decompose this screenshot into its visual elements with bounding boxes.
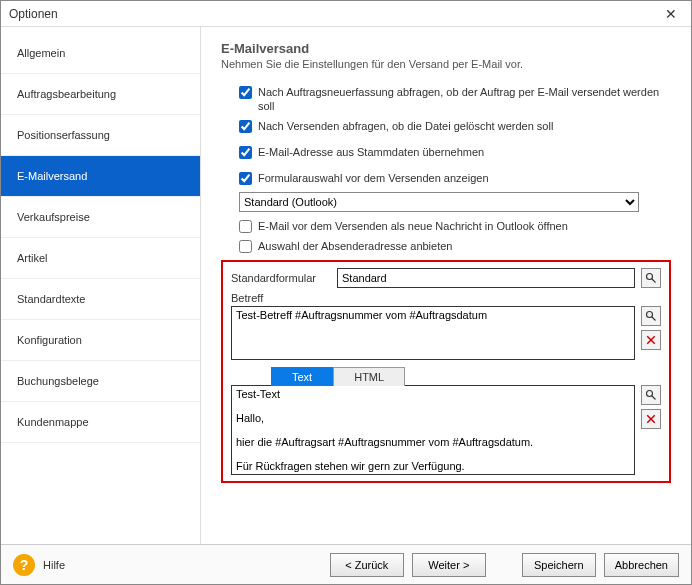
subject-textarea[interactable] [231,306,635,360]
label-use-email-from-master: E-Mail-Adresse aus Stammdaten übernehmen [258,145,484,159]
search-icon [645,310,657,322]
cancel-button[interactable]: Abbrechen [604,553,679,577]
svg-line-3 [652,317,656,321]
checkbox-offer-sender-choice[interactable] [239,240,252,253]
label-offer-sender-choice: Auswahl der Absenderadresse anbieten [258,239,452,253]
delete-icon [645,334,657,346]
label-open-in-outlook: E-Mail vor dem Versenden als neue Nachri… [258,219,568,233]
svg-line-1 [652,279,656,283]
page-title: E-Mailversand [221,41,671,56]
subject-label: Betreff [231,292,661,304]
tab-text[interactable]: Text [271,367,333,386]
checkbox-ask-after-create[interactable] [239,86,252,99]
standard-form-label: Standardformular [231,272,331,284]
delete-icon [645,413,657,425]
titlebar: Optionen ✕ [1,1,691,27]
page-subtitle: Nehmen Sie die Einstellungen für den Ver… [221,58,671,70]
sidebar-item-artikel[interactable]: Artikel [1,238,200,279]
checkbox-show-form-selection[interactable] [239,172,252,185]
standard-form-browse-button[interactable] [641,268,661,288]
checkbox-ask-delete-after-send[interactable] [239,120,252,133]
label-show-form-selection: Formularauswahl vor dem Versenden anzeig… [258,171,489,185]
search-icon [645,272,657,284]
help-label: Hilfe [43,559,65,571]
sidebar-item-buchungsbelege[interactable]: Buchungsbelege [1,361,200,402]
window-title: Optionen [9,7,58,21]
label-ask-after-create: Nach Auftragsneuerfassung abfragen, ob d… [258,85,671,113]
search-icon [645,389,657,401]
help-link[interactable]: ? Hilfe [13,554,65,576]
help-icon: ? [13,554,35,576]
sidebar-item-allgemein[interactable]: Allgemein [1,33,200,74]
checkbox-open-in-outlook[interactable] [239,220,252,233]
sidebar-item-konfiguration[interactable]: Konfiguration [1,320,200,361]
svg-line-7 [652,396,656,400]
checkbox-use-email-from-master[interactable] [239,146,252,159]
sidebar-item-kundenmappe[interactable]: Kundenmappe [1,402,200,443]
next-button[interactable]: Weiter > [412,553,486,577]
body-clear-button[interactable] [641,409,661,429]
close-icon[interactable]: ✕ [659,6,683,22]
svg-point-0 [647,274,653,280]
main-panel: E-Mailversand Nehmen Sie die Einstellung… [201,27,691,544]
body-textarea[interactable] [231,385,635,475]
subject-clear-button[interactable] [641,330,661,350]
subject-browse-button[interactable] [641,306,661,326]
sidebar-item-verkaufspreise[interactable]: Verkaufspreise [1,197,200,238]
tab-html[interactable]: HTML [333,367,405,386]
standard-form-input[interactable] [337,268,635,288]
back-button[interactable]: < Zurück [330,553,404,577]
sidebar-item-standardtexte[interactable]: Standardtexte [1,279,200,320]
select-mail-client[interactable]: Standard (Outlook) [239,192,639,212]
sidebar-item-auftragsbearbeitung[interactable]: Auftragsbearbeitung [1,74,200,115]
body-browse-button[interactable] [641,385,661,405]
highlighted-form-area: Standardformular Betreff [221,260,671,483]
sidebar: Allgemein Auftragsbearbeitung Positionse… [1,27,201,544]
sidebar-item-e-mailversand[interactable]: E-Mailversand [1,156,200,197]
save-button[interactable]: Speichern [522,553,596,577]
footer: ? Hilfe < Zurück Weiter > Speichern Abbr… [1,544,691,584]
sidebar-item-positionserfassung[interactable]: Positionserfassung [1,115,200,156]
label-ask-delete-after-send: Nach Versenden abfragen, ob die Datei ge… [258,119,553,133]
svg-point-6 [647,391,653,397]
svg-point-2 [647,312,653,318]
